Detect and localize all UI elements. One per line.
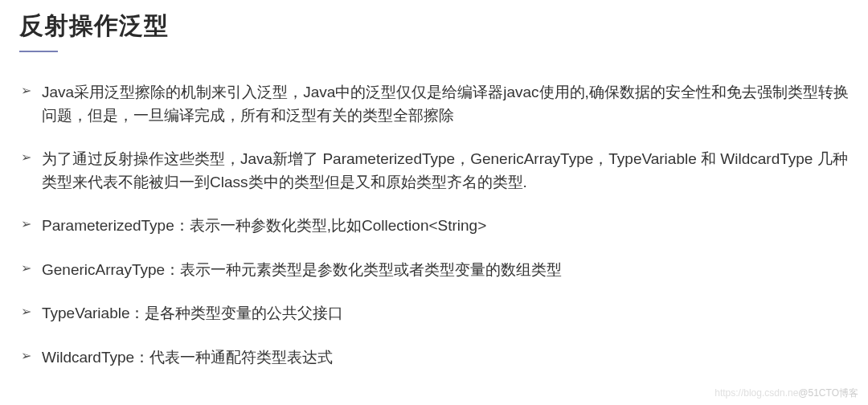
- list-item: Java采用泛型擦除的机制来引入泛型，Java中的泛型仅仅是给编译器javac使…: [19, 81, 849, 127]
- watermark-faded: https://blog.csdn.ne: [714, 387, 798, 399]
- list-item: TypeVariable：是各种类型变量的公共父接口: [19, 302, 849, 325]
- page-title: 反射操作泛型: [19, 10, 849, 43]
- list-item: GenericArrayType：表示一种元素类型是参数化类型或者类型变量的数组…: [19, 259, 849, 282]
- title-underline: [19, 51, 58, 52]
- list-item: 为了通过反射操作这些类型，Java新增了 ParameterizedType，G…: [19, 148, 849, 194]
- watermark-main: @51CTO博客: [798, 387, 858, 399]
- list-item: WildcardType：代表一种通配符类型表达式: [19, 346, 849, 370]
- bullet-list: Java采用泛型擦除的机制来引入泛型，Java中的泛型仅仅是给编译器javac使…: [19, 81, 849, 369]
- watermark: https://blog.csdn.ne@51CTO博客: [714, 387, 858, 400]
- list-item: ParameterizedType：表示一种参数化类型,比如Collection…: [19, 215, 849, 238]
